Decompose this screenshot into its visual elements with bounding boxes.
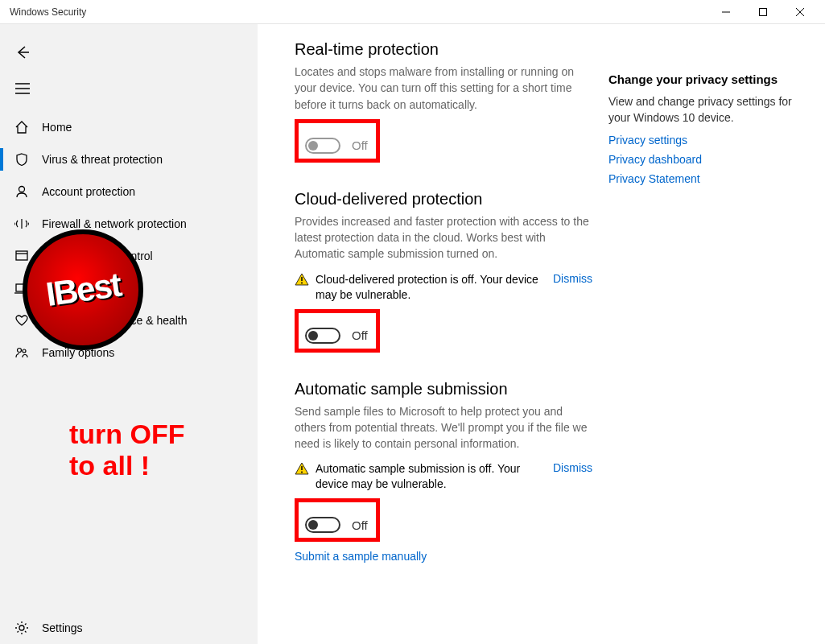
annotation-highlight-box: Off [295, 498, 380, 542]
sidebar-item-label: Account protection [42, 185, 135, 198]
svg-rect-1 [760, 8, 767, 15]
menu-button[interactable] [3, 70, 42, 106]
main-content: Real-time protection Locates and stops m… [295, 40, 592, 644]
aside-title: Change your privacy settings [608, 72, 794, 86]
warning-icon [295, 461, 309, 476]
section-desc: Provides increased and faster protection… [295, 213, 592, 262]
section-sample: Automatic sample submission Send sample … [295, 380, 592, 564]
person-icon [11, 184, 32, 199]
link-privacy-dashboard[interactable]: Privacy dashboard [608, 153, 794, 166]
section-desc: Send sample files to Microsoft to help p… [295, 403, 592, 452]
toggle-cloud[interactable] [305, 328, 340, 344]
aside-desc: View and change privacy settings for you… [608, 94, 794, 126]
sidebar-item-label: Settings [42, 621, 83, 634]
aside-privacy: Change your privacy settings View and ch… [608, 40, 794, 644]
annotation-highlight-box: Off [295, 119, 380, 163]
sidebar: Home Virus & threat protection Account p… [0, 24, 258, 644]
svg-point-13 [18, 349, 22, 353]
gear-icon [11, 621, 32, 635]
title-bar: Windows Security [0, 0, 825, 24]
dismiss-link[interactable]: Dismiss [553, 272, 592, 285]
section-realtime: Real-time protection Locates and stops m… [295, 40, 592, 163]
window-title: Windows Security [6, 6, 707, 18]
svg-point-8 [19, 187, 25, 192]
link-privacy-settings[interactable]: Privacy settings [608, 134, 794, 147]
watermark-logo: IBest [23, 229, 175, 366]
warning-icon [295, 272, 309, 287]
submit-sample-link[interactable]: Submit a sample manually [295, 550, 592, 563]
shield-icon [11, 152, 32, 167]
section-title: Automatic sample submission [295, 380, 592, 398]
sidebar-item-label: Virus & threat protection [42, 153, 163, 166]
watermark-logo-text: IBest [43, 266, 122, 314]
warning-text: Automatic sample submission is off. Your… [316, 461, 553, 492]
svg-point-17 [301, 282, 303, 283]
link-privacy-statement[interactable]: Privacy Statement [608, 172, 794, 185]
annotation-highlight-box: Off [295, 309, 380, 353]
toggle-sample[interactable] [305, 517, 340, 533]
svg-point-19 [301, 472, 303, 473]
toggle-label: Off [352, 138, 368, 152]
toggle-realtime[interactable] [305, 138, 340, 154]
maximize-button[interactable] [745, 0, 782, 24]
svg-point-15 [19, 625, 24, 630]
section-title: Real-time protection [295, 40, 592, 59]
home-icon [11, 120, 32, 134]
section-cloud: Cloud-delivered protection Provides incr… [295, 190, 592, 353]
sidebar-item-settings[interactable]: Settings [0, 612, 258, 644]
section-title: Cloud-delivered protection [295, 190, 592, 208]
section-desc: Locates and stops malware from installin… [295, 64, 592, 113]
close-button[interactable] [782, 0, 819, 24]
sidebar-item-virus[interactable]: Virus & threat protection [0, 143, 258, 175]
sidebar-item-label: Home [42, 121, 72, 134]
toggle-label: Off [352, 518, 368, 532]
toggle-label: Off [352, 328, 368, 342]
sidebar-item-home[interactable]: Home [0, 111, 258, 143]
dismiss-link[interactable]: Dismiss [553, 461, 592, 474]
sidebar-item-account[interactable]: Account protection [0, 175, 258, 208]
back-button[interactable] [3, 34, 42, 70]
sidebar-item-label: Firewall & network protection [42, 217, 187, 230]
warning-text: Cloud-delivered protection is off. Your … [316, 272, 553, 303]
annotation-text: turn OFF to all ! [69, 419, 185, 481]
minimize-button[interactable] [707, 0, 745, 24]
